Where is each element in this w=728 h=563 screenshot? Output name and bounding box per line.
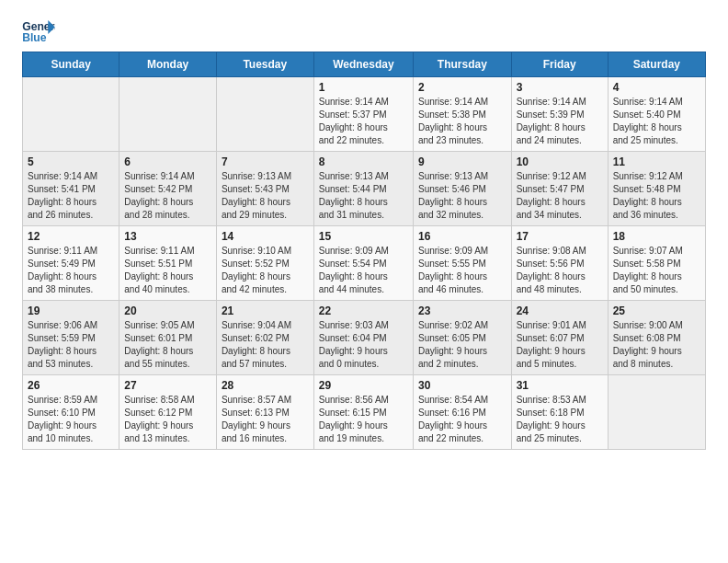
day-number: 10 (517, 155, 603, 168)
calendar-cell: 28Sunrise: 8:57 AM Sunset: 6:13 PM Dayli… (216, 375, 313, 450)
calendar-cell (216, 77, 313, 152)
calendar-cell: 26Sunrise: 8:59 AM Sunset: 6:10 PM Dayli… (23, 375, 119, 450)
calendar-cell: 21Sunrise: 9:04 AM Sunset: 6:02 PM Dayli… (216, 301, 313, 375)
weekday-header-row: SundayMondayTuesdayWednesdayThursdayFrid… (23, 52, 706, 77)
calendar-cell: 29Sunrise: 8:56 AM Sunset: 6:15 PM Dayli… (313, 375, 413, 450)
calendar-cell: 13Sunrise: 9:11 AM Sunset: 5:51 PM Dayli… (119, 226, 217, 301)
calendar-cell: 23Sunrise: 9:02 AM Sunset: 6:05 PM Dayli… (413, 301, 511, 375)
calendar-cell: 6Sunrise: 9:14 AM Sunset: 5:42 PM Daylig… (119, 152, 217, 226)
day-number: 27 (124, 379, 211, 392)
day-number: 28 (222, 379, 309, 392)
day-info: Sunrise: 9:13 AM Sunset: 5:43 PM Dayligh… (222, 170, 309, 222)
day-number: 24 (517, 304, 603, 317)
calendar-cell: 1Sunrise: 9:14 AM Sunset: 5:37 PM Daylig… (313, 77, 413, 152)
day-info: Sunrise: 8:53 AM Sunset: 6:18 PM Dayligh… (517, 394, 603, 445)
calendar-week-row: 1Sunrise: 9:14 AM Sunset: 5:37 PM Daylig… (23, 77, 706, 152)
day-number: 25 (613, 304, 700, 317)
day-info: Sunrise: 9:01 AM Sunset: 6:07 PM Dayligh… (517, 319, 603, 371)
header: General Blue (22, 18, 706, 46)
day-info: Sunrise: 9:12 AM Sunset: 5:47 PM Dayligh… (517, 170, 603, 222)
weekday-header-cell: Monday (119, 52, 217, 77)
logo: General Blue (22, 18, 55, 46)
day-info: Sunrise: 9:14 AM Sunset: 5:39 PM Dayligh… (517, 96, 603, 147)
day-info: Sunrise: 9:07 AM Sunset: 5:58 PM Dayligh… (613, 245, 700, 296)
calendar-cell: 5Sunrise: 9:14 AM Sunset: 5:41 PM Daylig… (23, 152, 119, 226)
svg-text:Blue: Blue (22, 31, 47, 44)
day-info: Sunrise: 9:02 AM Sunset: 6:05 PM Dayligh… (418, 319, 506, 371)
calendar-cell: 20Sunrise: 9:05 AM Sunset: 6:01 PM Dayli… (119, 301, 217, 375)
calendar-cell (119, 77, 217, 152)
day-info: Sunrise: 9:11 AM Sunset: 5:51 PM Dayligh… (124, 245, 211, 296)
day-number: 14 (222, 230, 309, 243)
weekday-header-cell: Saturday (608, 52, 705, 77)
calendar-body: 1Sunrise: 9:14 AM Sunset: 5:37 PM Daylig… (23, 77, 706, 450)
day-number: 12 (28, 230, 114, 243)
calendar-cell: 17Sunrise: 9:08 AM Sunset: 5:56 PM Dayli… (511, 226, 608, 301)
day-info: Sunrise: 8:54 AM Sunset: 6:16 PM Dayligh… (418, 394, 506, 445)
calendar-cell: 24Sunrise: 9:01 AM Sunset: 6:07 PM Dayli… (511, 301, 608, 375)
day-info: Sunrise: 9:14 AM Sunset: 5:37 PM Dayligh… (319, 96, 408, 147)
day-number: 11 (613, 155, 700, 168)
day-info: Sunrise: 9:04 AM Sunset: 6:02 PM Dayligh… (222, 319, 309, 371)
day-number: 18 (613, 230, 700, 243)
calendar-week-row: 19Sunrise: 9:06 AM Sunset: 5:59 PM Dayli… (23, 301, 706, 375)
calendar-cell: 16Sunrise: 9:09 AM Sunset: 5:55 PM Dayli… (413, 226, 511, 301)
calendar-cell: 7Sunrise: 9:13 AM Sunset: 5:43 PM Daylig… (216, 152, 313, 226)
day-number: 7 (222, 155, 309, 168)
day-info: Sunrise: 8:57 AM Sunset: 6:13 PM Dayligh… (222, 394, 309, 445)
day-info: Sunrise: 9:00 AM Sunset: 6:08 PM Dayligh… (613, 319, 700, 371)
day-number: 17 (517, 230, 603, 243)
day-number: 13 (124, 230, 211, 243)
day-number: 30 (418, 379, 506, 392)
calendar-cell: 25Sunrise: 9:00 AM Sunset: 6:08 PM Dayli… (608, 301, 705, 375)
day-info: Sunrise: 9:13 AM Sunset: 5:46 PM Dayligh… (418, 170, 506, 222)
day-info: Sunrise: 9:14 AM Sunset: 5:41 PM Dayligh… (28, 170, 114, 222)
calendar-cell: 9Sunrise: 9:13 AM Sunset: 5:46 PM Daylig… (413, 152, 511, 226)
calendar-table: SundayMondayTuesdayWednesdayThursdayFrid… (22, 52, 706, 450)
day-info: Sunrise: 8:59 AM Sunset: 6:10 PM Dayligh… (28, 394, 114, 445)
day-info: Sunrise: 9:09 AM Sunset: 5:54 PM Dayligh… (319, 245, 408, 296)
day-number: 23 (418, 304, 506, 317)
calendar-cell: 12Sunrise: 9:11 AM Sunset: 5:49 PM Dayli… (23, 226, 119, 301)
day-number: 8 (319, 155, 408, 168)
calendar-cell: 2Sunrise: 9:14 AM Sunset: 5:38 PM Daylig… (413, 77, 511, 152)
day-number: 3 (517, 81, 603, 94)
calendar-cell: 18Sunrise: 9:07 AM Sunset: 5:58 PM Dayli… (608, 226, 705, 301)
day-info: Sunrise: 9:06 AM Sunset: 5:59 PM Dayligh… (28, 319, 114, 371)
day-number: 19 (28, 304, 114, 317)
day-number: 9 (418, 155, 506, 168)
day-number: 15 (319, 230, 408, 243)
day-number: 20 (124, 304, 211, 317)
day-number: 4 (613, 81, 700, 94)
calendar-cell: 19Sunrise: 9:06 AM Sunset: 5:59 PM Dayli… (23, 301, 119, 375)
day-number: 2 (418, 81, 506, 94)
calendar-cell: 30Sunrise: 8:54 AM Sunset: 6:16 PM Dayli… (413, 375, 511, 450)
calendar-cell (23, 77, 119, 152)
calendar-week-row: 26Sunrise: 8:59 AM Sunset: 6:10 PM Dayli… (23, 375, 706, 450)
day-number: 21 (222, 304, 309, 317)
calendar-week-row: 5Sunrise: 9:14 AM Sunset: 5:41 PM Daylig… (23, 152, 706, 226)
calendar-cell: 10Sunrise: 9:12 AM Sunset: 5:47 PM Dayli… (511, 152, 608, 226)
calendar-cell: 22Sunrise: 9:03 AM Sunset: 6:04 PM Dayli… (313, 301, 413, 375)
day-number: 1 (319, 81, 408, 94)
day-info: Sunrise: 9:14 AM Sunset: 5:42 PM Dayligh… (124, 170, 211, 222)
calendar-week-row: 12Sunrise: 9:11 AM Sunset: 5:49 PM Dayli… (23, 226, 706, 301)
calendar-cell: 8Sunrise: 9:13 AM Sunset: 5:44 PM Daylig… (313, 152, 413, 226)
day-info: Sunrise: 9:14 AM Sunset: 5:38 PM Dayligh… (418, 96, 506, 147)
day-info: Sunrise: 9:14 AM Sunset: 5:40 PM Dayligh… (613, 96, 700, 147)
page: General Blue SundayMondayTuesdayWednesda… (0, 0, 728, 465)
day-info: Sunrise: 8:56 AM Sunset: 6:15 PM Dayligh… (319, 394, 408, 445)
calendar-cell: 31Sunrise: 8:53 AM Sunset: 6:18 PM Dayli… (511, 375, 608, 450)
day-info: Sunrise: 9:12 AM Sunset: 5:48 PM Dayligh… (613, 170, 700, 222)
calendar-cell: 15Sunrise: 9:09 AM Sunset: 5:54 PM Dayli… (313, 226, 413, 301)
day-info: Sunrise: 9:13 AM Sunset: 5:44 PM Dayligh… (319, 170, 408, 222)
weekday-header-cell: Thursday (413, 52, 511, 77)
day-info: Sunrise: 8:58 AM Sunset: 6:12 PM Dayligh… (124, 394, 211, 445)
calendar-cell: 4Sunrise: 9:14 AM Sunset: 5:40 PM Daylig… (608, 77, 705, 152)
day-info: Sunrise: 9:05 AM Sunset: 6:01 PM Dayligh… (124, 319, 211, 371)
calendar-cell (608, 375, 705, 450)
calendar-cell: 3Sunrise: 9:14 AM Sunset: 5:39 PM Daylig… (511, 77, 608, 152)
day-info: Sunrise: 9:09 AM Sunset: 5:55 PM Dayligh… (418, 245, 506, 296)
day-info: Sunrise: 9:10 AM Sunset: 5:52 PM Dayligh… (222, 245, 309, 296)
day-number: 22 (319, 304, 408, 317)
